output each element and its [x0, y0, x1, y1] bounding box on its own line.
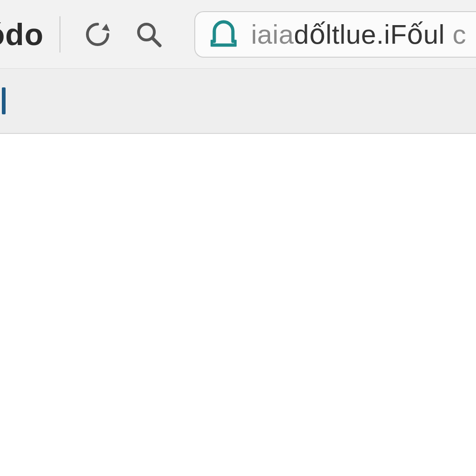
- svg-line-1: [152, 38, 160, 46]
- refresh-icon: [84, 21, 111, 48]
- refresh-button[interactable]: [79, 16, 116, 53]
- browser-top-toolbar: ódo iaiadốltlue.iFốul c: [0, 0, 476, 69]
- toolbar-separator: [60, 16, 60, 53]
- address-bar-url: iaiadốltlue.iFốul c: [251, 19, 466, 50]
- bell-arch-icon: [211, 20, 237, 49]
- search-button[interactable]: [130, 16, 167, 53]
- address-bar[interactable]: iaiadốltlue.iFốul c: [194, 11, 476, 58]
- subtoolbar-selection-mark: [2, 87, 6, 114]
- url-dim-suffix: c: [453, 19, 467, 49]
- site-security-icon[interactable]: [208, 19, 239, 50]
- url-main: dốltlue.iFốul: [294, 19, 452, 49]
- window-title-fragment: ódo: [0, 17, 44, 52]
- page-content-area: [0, 134, 476, 476]
- browser-sub-toolbar: [0, 69, 476, 134]
- url-dim-prefix: iaia: [251, 19, 294, 49]
- search-icon: [135, 20, 163, 48]
